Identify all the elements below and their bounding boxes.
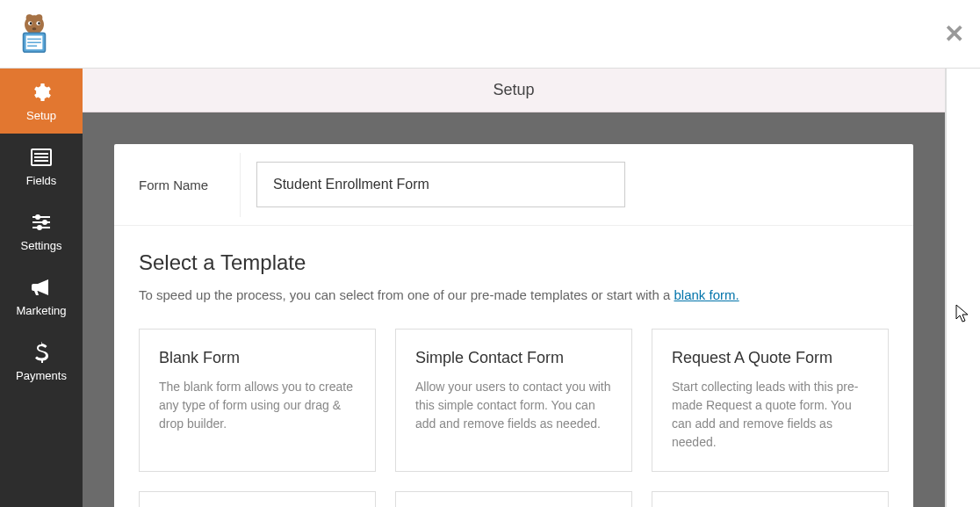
template-card-title: Simple Contact Form xyxy=(415,349,612,367)
svg-rect-12 xyxy=(27,45,37,47)
page-header: Setup xyxy=(83,69,945,112)
template-card-blank[interactable]: Blank Form The blank form allows you to … xyxy=(139,329,376,472)
logo xyxy=(12,12,56,56)
template-card-desc: Start collecting leads with this pre-mad… xyxy=(672,378,868,452)
svg-point-20 xyxy=(42,220,47,225)
wpforms-logo-icon xyxy=(12,12,56,56)
template-grid: Blank Form The blank form allows you to … xyxy=(139,329,889,507)
sidebar-item-settings[interactable]: Settings xyxy=(0,199,83,264)
main-area: Setup Form Name Select a Template To spe… xyxy=(83,69,945,507)
right-edge-panel xyxy=(945,69,980,507)
svg-point-6 xyxy=(38,22,40,24)
templates-description: To speed up the process, you can select … xyxy=(139,287,889,302)
template-card-placeholder[interactable] xyxy=(139,491,376,507)
template-card-desc: The blank form allows you to create any … xyxy=(159,378,356,433)
template-card-simple-contact[interactable]: Simple Contact Form Allow your users to … xyxy=(395,329,632,472)
template-card-desc: Allow your users to contact you with thi… xyxy=(415,378,612,433)
svg-point-5 xyxy=(30,22,32,24)
svg-point-18 xyxy=(35,214,40,220)
svg-point-1 xyxy=(26,14,33,21)
svg-rect-11 xyxy=(27,41,41,43)
template-card-title: Request A Quote Form xyxy=(672,349,868,367)
sidebar-item-payments[interactable]: Payments xyxy=(0,329,83,394)
svg-point-22 xyxy=(37,225,42,230)
svg-point-2 xyxy=(36,14,43,21)
templates-heading: Select a Template xyxy=(139,250,889,275)
form-name-input[interactable] xyxy=(256,162,625,207)
sidebar-item-fields[interactable]: Fields xyxy=(0,134,83,199)
svg-rect-16 xyxy=(34,160,48,162)
sidebar-item-label: Settings xyxy=(21,239,62,252)
close-icon: ✕ xyxy=(944,19,964,48)
form-name-label: Form Name xyxy=(114,153,241,217)
svg-rect-14 xyxy=(34,153,48,155)
form-name-row: Form Name xyxy=(114,144,913,226)
top-bar: ✕ xyxy=(0,0,980,69)
template-card-placeholder[interactable] xyxy=(652,491,889,507)
sidebar-item-label: Payments xyxy=(16,369,67,382)
template-card-request-quote[interactable]: Request A Quote Form Start collecting le… xyxy=(652,329,889,472)
list-icon xyxy=(31,146,52,169)
svg-rect-15 xyxy=(34,156,48,158)
sliders-icon xyxy=(31,211,52,234)
blank-form-link[interactable]: blank form. xyxy=(674,287,739,302)
gear-icon xyxy=(31,81,52,104)
close-button[interactable]: ✕ xyxy=(936,17,971,52)
sidebar-item-label: Setup xyxy=(26,109,56,122)
sidebar-item-label: Marketing xyxy=(16,304,66,317)
sidebar-item-label: Fields xyxy=(26,174,57,187)
template-card-title: Blank Form xyxy=(159,349,356,367)
sidebar: Setup Fields Settings Marketing xyxy=(0,69,83,507)
template-card-placeholder[interactable] xyxy=(395,491,632,507)
page-title: Setup xyxy=(83,81,945,99)
sidebar-item-marketing[interactable]: Marketing xyxy=(0,264,83,329)
dollar-icon xyxy=(34,341,48,364)
sidebar-item-setup[interactable]: Setup xyxy=(0,69,83,134)
svg-point-7 xyxy=(32,27,37,30)
setup-panel: Form Name Select a Template To speed up … xyxy=(114,144,913,507)
svg-rect-10 xyxy=(27,38,41,40)
templates-section: Select a Template To speed up the proces… xyxy=(114,226,913,507)
bullhorn-icon xyxy=(31,276,52,299)
